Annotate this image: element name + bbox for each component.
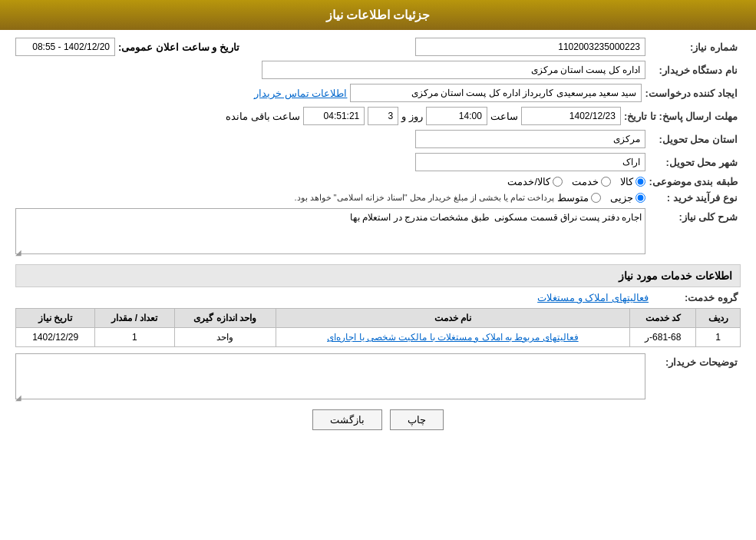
purchase-type-motavaset[interactable]: متوسط <box>557 192 601 204</box>
notes-resize-handle: ◢ <box>15 393 21 402</box>
purchase-type-note: پرداخت تمام یا بخشی از مبلغ خریدار محل "… <box>294 193 554 203</box>
page-header: جزئیات اطلاعات نیاز <box>0 0 756 30</box>
back-button[interactable]: بازگشت <box>312 409 382 430</box>
service-group-label: گروه خدمت: <box>649 292 741 303</box>
service-group-row: گروه خدمت: فعالیتهای املاک و مستغلات <box>15 292 741 303</box>
category-radio-khedmat[interactable]: خدمت <box>572 176 611 187</box>
cell-date: 1402/12/29 <box>16 328 95 347</box>
cell-qty: 1 <box>95 328 174 347</box>
services-section-title: اطلاعات خدمات مورد نیاز <box>619 270 732 282</box>
page-title: جزئیات اطلاعات نیاز <box>326 8 431 22</box>
services-table-body: 1 681-68-ر فعالیتهای مربوط به املاک و مس… <box>16 328 741 347</box>
time-label: ساعت <box>490 111 518 122</box>
cell-code: 681-68-ر <box>630 328 696 347</box>
purchase-type-jozii[interactable]: جزیی <box>610 192 645 204</box>
deadline-label: مهلت ارسال پاسخ: تا تاریخ: <box>624 111 741 122</box>
cell-unit: واحد <box>174 328 276 347</box>
day-label: روز و <box>401 111 423 122</box>
description-row: شرح کلی نیاز: ◢ <box>15 208 741 257</box>
buyer-org-row: نام دستگاه خریدار: <box>15 61 741 79</box>
cell-name[interactable]: فعالیتهای مربوط به املاک و مستغلات با ما… <box>276 328 629 347</box>
need-number-input[interactable] <box>415 38 645 56</box>
deadline-row: مهلت ارسال پاسخ: تا تاریخ: ساعت روز و سا… <box>15 107 741 125</box>
category-radio-kala[interactable]: کالا <box>620 176 645 187</box>
need-number-label: شماره نیاز: <box>649 41 741 53</box>
creator-row: ایجاد کننده درخواست: اطلاعات تماس خریدار <box>15 84 741 102</box>
col-qty: تعداد / مقدار <box>95 309 174 328</box>
buyer-notes-wrapper: ◢ <box>15 353 645 402</box>
creator-label: ایجاد کننده درخواست: <box>645 88 741 99</box>
delivery-city-input[interactable] <box>415 153 645 171</box>
service-group-value[interactable]: فعالیتهای املاک و مستغلات <box>537 292 649 303</box>
print-button[interactable]: چاپ <box>390 409 444 430</box>
announcement-input[interactable] <box>15 38 115 56</box>
delivery-province-input[interactable] <box>415 130 645 148</box>
deadline-days-input[interactable] <box>368 107 398 125</box>
delivery-city-label: شهر محل تحویل: <box>649 157 741 168</box>
buyer-notes-label: توضیحات خریدار: <box>649 353 741 368</box>
category-label: طبقه بندی موضوعی: <box>649 176 741 187</box>
category-radio-group: کالا خدمت کالا/خدمت <box>507 176 645 187</box>
services-table: ردیف کد خدمت نام خدمت واحد اندازه گیری ت… <box>15 308 741 347</box>
deadline-remain-input[interactable] <box>303 107 365 125</box>
content-area: شماره نیاز: تاریخ و ساعت اعلان عمومی: نا… <box>0 30 756 449</box>
announcement-label: تاریخ و ساعت اعلان عمومی: <box>118 41 239 53</box>
table-row: 1 681-68-ر فعالیتهای مربوط به املاک و مس… <box>16 328 741 347</box>
resize-handle: ◢ <box>15 248 21 257</box>
services-table-header-row: ردیف کد خدمت نام خدمت واحد اندازه گیری ت… <box>16 309 741 328</box>
remain-label: ساعت باقی مانده <box>226 111 300 122</box>
services-section-header: اطلاعات خدمات مورد نیاز <box>15 264 741 287</box>
category-radio-kala-khedmat[interactable]: کالا/خدمت <box>507 176 563 187</box>
need-number-row: شماره نیاز: تاریخ و ساعت اعلان عمومی: <box>15 38 741 56</box>
buyer-notes-row: توضیحات خریدار: ◢ <box>15 353 741 402</box>
purchase-type-row: نوع فرآیند خرید : جزیی متوسط پرداخت تمام… <box>15 192 741 204</box>
delivery-province-row: استان محل تحویل: <box>15 130 741 148</box>
contact-link[interactable]: اطلاعات تماس خریدار <box>254 88 347 99</box>
cell-row: 1 <box>696 328 741 347</box>
description-wrapper: ◢ <box>15 208 645 257</box>
delivery-city-row: شهر محل تحویل: <box>15 153 741 171</box>
description-textarea[interactable] <box>15 208 645 254</box>
deadline-date-input[interactable] <box>521 107 621 125</box>
creator-input[interactable] <box>350 84 642 102</box>
deadline-time-input[interactable] <box>426 107 487 125</box>
button-row: چاپ بازگشت <box>15 409 741 442</box>
col-row: ردیف <box>696 309 741 328</box>
delivery-province-label: استان محل تحویل: <box>649 134 741 145</box>
page-wrapper: جزئیات اطلاعات نیاز شماره نیاز: تاریخ و … <box>0 0 756 540</box>
col-unit: واحد اندازه گیری <box>174 309 276 328</box>
col-date: تاریخ نیاز <box>16 309 95 328</box>
buyer-org-label: نام دستگاه خریدار: <box>649 65 741 76</box>
col-name: نام خدمت <box>276 309 629 328</box>
buyer-org-input[interactable] <box>262 61 645 79</box>
purchase-type-label: نوع فرآیند خرید : <box>649 192 741 204</box>
col-code: کد خدمت <box>630 309 696 328</box>
description-label: شرح کلی نیاز: <box>649 208 741 223</box>
buyer-notes-textarea[interactable] <box>15 353 645 399</box>
purchase-type-radio-group: جزیی متوسط <box>557 192 645 204</box>
category-row: طبقه بندی موضوعی: کالا خدمت کالا/خدمت <box>15 176 741 187</box>
